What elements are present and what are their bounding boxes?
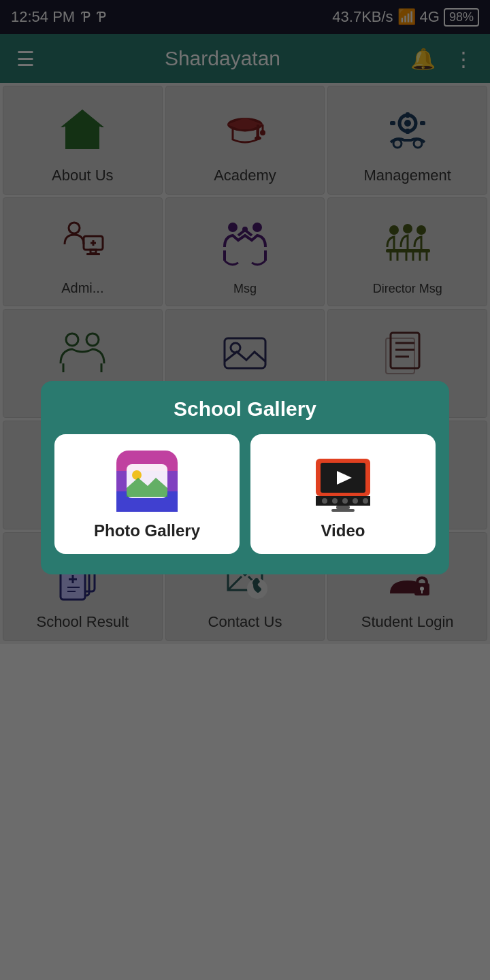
modal-title: School Gallery [54, 397, 436, 421]
video-option-label: Video [321, 521, 365, 540]
video-app-icon [312, 451, 374, 512]
svg-point-101 [353, 498, 358, 504]
svg-rect-104 [331, 509, 355, 512]
photo-gallery-option-label: Photo Gallery [94, 521, 200, 540]
svg-point-102 [363, 498, 368, 504]
photo-gallery-option[interactable]: Photo Gallery [54, 434, 240, 554]
svg-point-98 [322, 498, 327, 504]
video-option[interactable]: Video [250, 434, 436, 554]
svg-rect-91 [116, 500, 178, 512]
svg-point-99 [332, 498, 338, 504]
school-gallery-modal: School Gallery Photo Gallery [41, 381, 449, 574]
svg-point-93 [132, 470, 142, 480]
svg-rect-103 [336, 506, 350, 509]
photo-gallery-app-icon [116, 451, 178, 512]
modal-options: Photo Gallery Video [54, 434, 436, 554]
svg-point-100 [342, 498, 348, 504]
